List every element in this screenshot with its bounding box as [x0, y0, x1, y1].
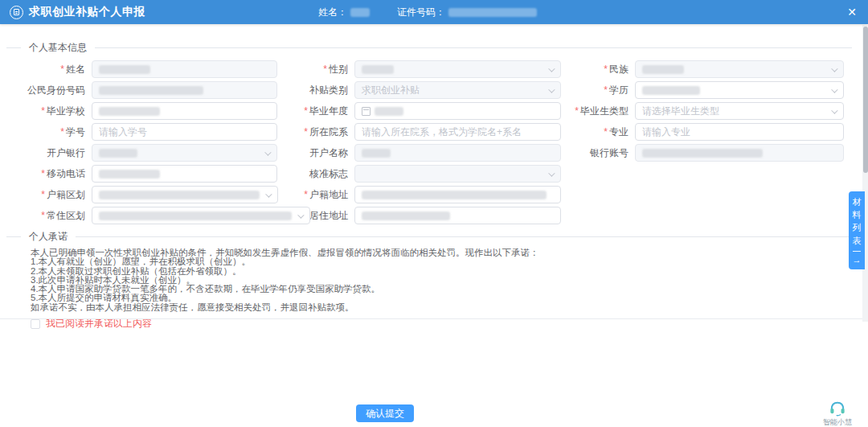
assistant-label: 智能小慧	[823, 417, 852, 427]
chevron-down-icon	[831, 65, 837, 72]
chevron-down-icon	[831, 86, 837, 92]
required-marker: *	[575, 105, 579, 117]
required-marker: *	[41, 189, 45, 200]
chevron-down-icon	[831, 107, 837, 113]
required-marker: *	[41, 105, 45, 117]
scrollbar-track[interactable]	[862, 25, 868, 322]
field-label: 专业	[609, 125, 628, 139]
field-label: 开户名称	[309, 146, 348, 160]
field-label: 居住地址	[309, 209, 348, 223]
redacted-value	[99, 191, 260, 199]
redacted-value	[362, 149, 391, 158]
department-input-wrap	[354, 123, 561, 141]
field-name: *姓名	[11, 60, 285, 78]
empty-cell	[569, 207, 852, 224]
field-id-number: 公民身份号码	[11, 81, 285, 99]
field-education: *学历	[569, 81, 852, 99]
chevron-down-icon	[297, 211, 304, 218]
agree-checkbox[interactable]	[31, 319, 40, 329]
redacted-id	[448, 8, 537, 17]
field-label: 开户银行	[47, 146, 85, 160]
commitment-item: 4.本人申请国家助学贷款一笔多年的，不含还款期，在毕业学年仍享受国家助学贷款。	[31, 285, 852, 294]
required-marker: *	[604, 64, 608, 75]
tab-char: 材	[853, 197, 862, 207]
field-res-district: *常住区划	[11, 207, 285, 224]
school-input[interactable]	[92, 102, 277, 120]
close-icon[interactable]: ✕	[847, 5, 857, 19]
grad-type-select[interactable]: 请选择毕业生类型	[635, 102, 844, 120]
basic-info-form: *姓名 *性别 *民族 公民身份号码 补贴类别 求职创业补贴 *学历 *毕业学校…	[11, 60, 852, 224]
field-gender: *性别	[285, 60, 569, 78]
field-label: 民族	[609, 63, 628, 76]
res-district-select[interactable]	[92, 207, 310, 224]
required-marker: *	[604, 84, 608, 96]
required-marker: *	[304, 126, 308, 138]
field-label: 毕业年度	[309, 105, 348, 118]
field-label: 姓名	[66, 63, 85, 76]
field-hukou-district: *户籍区划	[11, 186, 285, 203]
ethnicity-select	[635, 60, 844, 78]
field-bank: 开户银行	[11, 144, 285, 162]
res-address-input[interactable]	[354, 207, 561, 224]
redacted-value	[99, 211, 292, 220]
hukou-address-input[interactable]	[354, 186, 561, 203]
material-list-tab[interactable]: 材 料 列 表 →	[849, 191, 865, 269]
redacted-value	[99, 107, 160, 116]
required-marker: *	[323, 64, 327, 75]
empty-cell	[569, 186, 852, 203]
subsidy-type-select: 求职创业补贴	[354, 81, 561, 99]
commitment-item: 2.本人未领取过求职创业补贴（包括在外省领取）。	[31, 267, 852, 276]
content-divider	[0, 318, 868, 319]
ai-assistant-widget[interactable]: 智能小慧	[815, 400, 860, 427]
redacted-value	[99, 65, 150, 74]
field-subsidy-type: 补贴类别 求职创业补贴	[285, 81, 569, 99]
id-label: 证件号码：	[397, 6, 445, 19]
hukou-district-select[interactable]	[92, 186, 278, 203]
required-marker: *	[304, 105, 308, 117]
tab-divider	[853, 251, 861, 252]
field-label: 常住区划	[47, 209, 85, 223]
commitment-outro: 如承诺不实，由本人承担相应法律责任，愿意接受相关处罚，并退回补贴款项。	[31, 303, 852, 312]
field-account-name: 开户名称	[285, 144, 569, 162]
redacted-value	[99, 149, 137, 158]
field-label: 性别	[329, 63, 348, 76]
account-number-input	[635, 144, 844, 162]
student-id-input-wrap	[92, 123, 277, 141]
section-commitment: 个人承诺	[6, 231, 852, 242]
section-title: 个人基本信息	[21, 41, 95, 55]
field-department: *所在院系	[285, 123, 569, 141]
tab-char: 料	[853, 210, 862, 220]
grad-year-datepicker[interactable]	[354, 102, 561, 120]
user-info: 姓名： 证件号码：	[318, 6, 559, 19]
redacted-value	[362, 65, 394, 74]
required-marker: *	[41, 210, 45, 221]
major-input[interactable]	[642, 126, 837, 138]
calendar-icon	[362, 107, 371, 116]
bank-select	[92, 144, 277, 162]
department-input[interactable]	[362, 126, 554, 138]
mobile-input[interactable]	[92, 165, 277, 183]
field-label: 毕业生类型	[580, 105, 628, 118]
field-grad-year: *毕业年度	[285, 102, 569, 120]
commitment-text: 本人已明确申领一次性求职创业补贴的条件，并知晓如发生弄虚作假、虚报冒领的情况将面…	[31, 248, 852, 312]
field-label: 补贴类别	[309, 84, 348, 97]
redacted-value	[642, 86, 700, 95]
commitment-item: 3.此次申请补贴时本人未就业（创业）。	[31, 276, 852, 285]
page-title: 求职创业补贴个人申报	[29, 5, 145, 19]
chevron-down-icon	[265, 191, 272, 197]
field-res-address: *居住地址	[285, 207, 569, 224]
required-marker: *	[604, 126, 608, 138]
redacted-value	[642, 149, 763, 158]
field-approval-flag: 核准标志	[285, 165, 569, 183]
select-placeholder: 请选择毕业生类型	[642, 105, 719, 118]
titlebar: 求职创业补贴个人申报 姓名： 证件号码： ✕	[0, 0, 868, 24]
form-document-icon	[10, 6, 23, 19]
field-label: 移动电话	[47, 167, 85, 181]
confirm-submit-button[interactable]: 确认提交	[356, 404, 414, 422]
field-label: 所在院系	[309, 125, 348, 139]
scrollbar-thumb[interactable]	[863, 27, 868, 173]
education-select[interactable]	[635, 81, 844, 99]
student-id-input[interactable]	[99, 126, 270, 138]
headset-icon	[829, 400, 846, 417]
name-input	[92, 60, 277, 78]
